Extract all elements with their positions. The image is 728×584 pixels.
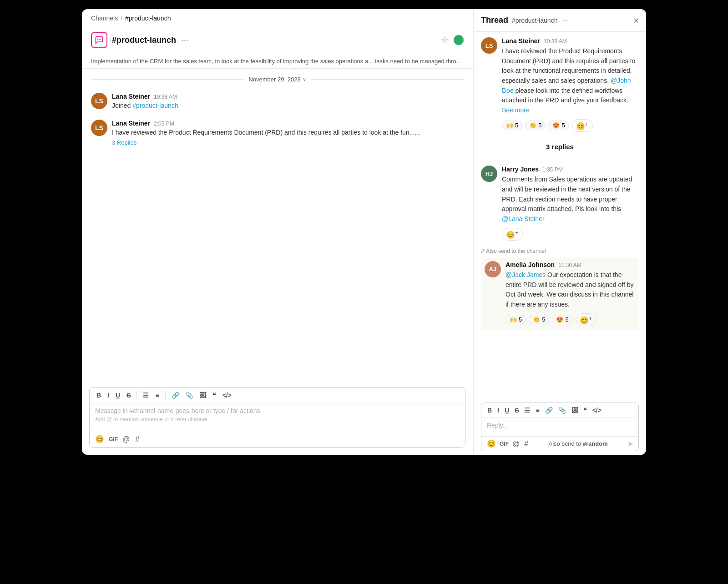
date-line-right [311, 79, 464, 80]
reaction-hands[interactable]: 👏 5 [529, 315, 549, 324]
thread-messages-area: LS Lana Steiner 10:38 AM I have reviewed… [474, 32, 646, 399]
bold-button[interactable]: B [485, 405, 494, 415]
attachment-button[interactable]: 📎 [556, 405, 568, 415]
thread-header: Thread #product-launch ··· × [474, 9, 646, 32]
gif-button[interactable]: GIF [109, 436, 118, 443]
avatar: LS [91, 120, 107, 136]
close-button[interactable]: × [633, 16, 639, 25]
link-button[interactable]: 🔗 [543, 405, 555, 415]
thread-message: HJ Harry Jones 1:35 PM Comments from Sal… [481, 166, 639, 241]
emoji-button[interactable]: 😊 [94, 434, 105, 444]
message-meta: Lana Steiner 2:05 PM [112, 120, 464, 127]
channel-title: #product-launch [112, 35, 176, 45]
gif-button[interactable]: GIF [500, 441, 509, 447]
replies-count[interactable]: 3 Replies [112, 139, 464, 146]
thread-message-content: Harry Jones 1:35 PM Comments from Sales … [502, 166, 639, 241]
add-reaction-button[interactable]: 😊+ [502, 228, 523, 241]
attachment-button[interactable]: 📎 [183, 390, 196, 400]
ordered-list-button[interactable]: ≡ [533, 405, 541, 415]
reaction-heart-eyes[interactable]: 😍 5 [548, 121, 569, 130]
thread-message-time: 10:38 AM [544, 38, 567, 45]
strikethrough-button[interactable]: S [512, 405, 521, 415]
list-item: LS Lana Steiner 10:38 AM Joined #product… [91, 90, 464, 113]
list-item: LS Lana Steiner 2:05 PM I have reviewed … [91, 117, 464, 149]
link-button[interactable]: 🔗 [169, 390, 182, 400]
date-text: November 29, 2023 [248, 76, 300, 83]
add-reaction-button[interactable]: 😊+ [576, 313, 597, 326]
underline-button[interactable]: U [502, 405, 511, 415]
channel-ref-button[interactable]: # [134, 434, 140, 444]
thread-title: Thread [481, 15, 508, 25]
hash-icon: # [481, 248, 484, 255]
composer-placeholder-main: Message in #channel-name-goes-here or ty… [95, 407, 460, 414]
breadcrumb-current: #product-launch [125, 15, 171, 22]
bullet-list-button[interactable]: ☰ [522, 405, 532, 415]
ordered-list-button[interactable]: ≡ [153, 390, 161, 400]
breadcrumb-channels[interactable]: Channels [91, 15, 118, 22]
underline-button[interactable]: U [113, 390, 122, 400]
chevron-down-icon: ∨ [303, 76, 306, 82]
thread-message: LS Lana Steiner 10:38 AM I have reviewed… [481, 37, 639, 132]
channel-description: Implementation of the CRM for the sales … [82, 54, 473, 69]
composer-body[interactable]: Message in #channel-name-goes-here or ty… [90, 403, 465, 431]
thread-composer-toolbar: B I U S ☰ ≡ 🔗 📎 🖼 ❝ </> [481, 403, 638, 418]
reaction-heart-eyes[interactable]: 😍 5 [552, 315, 572, 324]
reaction-hands[interactable]: 👏 5 [525, 121, 546, 130]
also-send-text: Also send to the channel [486, 248, 546, 254]
thread-composer: B I U S ☰ ≡ 🔗 📎 🖼 ❝ </> Reply... 😊 GIF @… [481, 403, 639, 451]
image-button[interactable]: 🖼 [569, 405, 580, 415]
composer-toolbar: B I U S ☰ ≡ 🔗 📎 🖼 ❝ </> [90, 388, 465, 403]
mention: @Jack James [506, 271, 546, 278]
thread-message-meta: Lana Steiner 10:38 AM [502, 37, 639, 45]
message-content: Lana Steiner 10:38 AM Joined #product-la… [112, 93, 464, 111]
message-time: 2:05 PM [154, 121, 174, 127]
italic-button[interactable]: I [105, 390, 111, 400]
message-time: 10:38 AM [154, 94, 177, 100]
thread-message-content: Amelia Johnson 11:30 AM @Jack James Our … [506, 261, 635, 326]
bold-button[interactable]: B [94, 390, 103, 400]
thread-message-author: Amelia Johnson [506, 261, 555, 268]
code-button[interactable]: </> [220, 390, 234, 400]
mention-button[interactable]: @ [121, 434, 131, 444]
message-author: Lana Steiner [112, 120, 150, 127]
star-icon[interactable]: ☆ [441, 35, 448, 45]
thread-message-meta: Amelia Johnson 11:30 AM [506, 261, 635, 268]
thread-message-highlighted: AJ Amelia Johnson 11:30 AM @Jack James O… [481, 257, 639, 330]
thread-message-text: I have reviewed the Product Requirements… [502, 46, 639, 116]
reaction-clap[interactable]: 🙌 5 [506, 315, 526, 324]
quote-button[interactable]: ❝ [581, 405, 589, 415]
thread-panel: Thread #product-launch ··· × LS Lana Ste… [473, 9, 646, 455]
date-separator: November 29, 2023 ∨ [82, 69, 473, 90]
thread-composer-footer: 😊 GIF @ # Also send to #random ➤ [481, 436, 638, 451]
mention-button[interactable]: @ [511, 439, 521, 449]
thread-more-button[interactable]: ··· [562, 16, 568, 25]
mention: @Lana Steiner [502, 215, 545, 222]
send-button[interactable]: ➤ [627, 439, 634, 449]
add-reaction-button[interactable]: 😊+ [572, 119, 593, 132]
quote-button[interactable]: ❝ [210, 390, 218, 400]
thread-message-text: @Jack James Our expectation is that the … [506, 270, 635, 310]
reaction-clap[interactable]: 🙌 5 [502, 121, 522, 130]
channel-ref-button[interactable]: # [523, 439, 529, 449]
date-label[interactable]: November 29, 2023 ∨ [248, 76, 306, 83]
mention: @John Doe [502, 77, 631, 94]
image-button[interactable]: 🖼 [197, 390, 208, 400]
code-button[interactable]: </> [590, 405, 604, 415]
message-author: Lana Steiner [112, 93, 150, 100]
toolbar-separator [165, 391, 166, 399]
channel-more-button[interactable]: ··· [182, 35, 188, 45]
emoji-button[interactable]: 😊 [486, 438, 497, 449]
also-send-notice: # Also send to the channel [481, 248, 639, 255]
see-more-link[interactable]: See more [502, 106, 530, 114]
message-meta: Lana Steiner 10:38 AM [112, 93, 464, 100]
thread-composer-body[interactable]: Reply... [481, 418, 638, 436]
date-line-left [91, 79, 244, 80]
channel-link[interactable]: #product-launch [132, 102, 178, 109]
italic-button[interactable]: I [495, 405, 501, 415]
channel-icon [91, 32, 107, 48]
thread-message-time: 1:35 PM [542, 166, 563, 173]
message-content: Lana Steiner 2:05 PM I have reviewed the… [112, 120, 464, 146]
thread-message-meta: Harry Jones 1:35 PM [502, 166, 639, 173]
strikethrough-button[interactable]: S [124, 390, 133, 400]
bullet-list-button[interactable]: ☰ [141, 390, 151, 400]
